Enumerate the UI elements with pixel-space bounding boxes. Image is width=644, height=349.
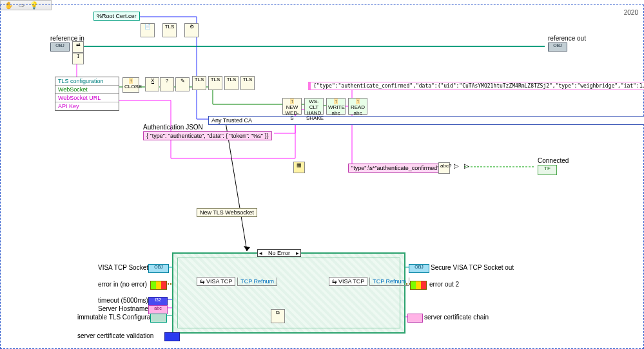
cert-chain-terminal[interactable] [407, 314, 423, 323]
io-icon: ⇆ [200, 278, 205, 285]
tls-d-node[interactable]: TLS [240, 76, 255, 90]
timeout-label: timeout (5000ms) [98, 297, 146, 304]
cluster-el-ws[interactable]: WebSocket [55, 86, 119, 94]
visa-in-terminal[interactable]: OBJ [148, 264, 169, 273]
io-icon-r: ⇆ [332, 278, 337, 285]
tls-b-node[interactable]: TLS [208, 76, 222, 90]
tls-handshake-prim[interactable]: ⧉ [271, 309, 285, 323]
cluster-el-key[interactable]: API Key [55, 102, 119, 110]
visa-in-label: VISA TCP Socket in [98, 264, 146, 271]
visa-tcp-right[interactable]: ⇆VISA TCP TCP Refnum [329, 277, 409, 286]
tls-config-node[interactable]: ⚙︎ [184, 23, 199, 37]
ws-client-node[interactable]: WS-CLTHAND SHAKE [304, 98, 324, 115]
subvi-title: New TLS Websocket [197, 208, 257, 217]
err-in-terminal[interactable] [150, 281, 167, 290]
to-data-node[interactable]: ⇄ [72, 41, 84, 53]
visa-out-terminal[interactable]: OBJ [409, 264, 429, 273]
cert-valid-label: server certificate validation [77, 332, 146, 339]
tls-trust-dropdown[interactable]: Any Trusted CA [208, 116, 644, 125]
visa-out-label: Secure VISA TCP Socket out [431, 264, 514, 271]
reference-out-label: reference out [548, 35, 586, 42]
format-node[interactable]: ✎ [175, 77, 190, 91]
root-cert-path[interactable]: %Root Cert.cer [93, 12, 140, 21]
err-out-label: error out 2 [429, 281, 459, 288]
ws-close-node[interactable]: ↑CLOSE [122, 77, 139, 93]
auth-confirmed-pattern[interactable]: "type":\s*"authenticate_confirmed" [348, 164, 442, 173]
tls-c-node[interactable]: TLS [224, 76, 239, 90]
reference-out-terminal[interactable]: OBJ [548, 42, 567, 52]
auth-json-const[interactable]: { "type": "authenticate", "data": { "tok… [143, 131, 272, 140]
ws-read-node[interactable]: ↑READ abc [348, 98, 367, 115]
reference-in-terminal[interactable]: OBJ [50, 42, 70, 52]
tls-cfg-terminal[interactable] [150, 314, 167, 323]
build-path-node[interactable]: 📄 [141, 23, 155, 37]
compare-icon: ▷ [464, 162, 469, 169]
tls-cfg-label: immutable TLS Configuration [77, 314, 146, 321]
ws-new-node[interactable]: ↑NEW WEB-S [282, 98, 302, 115]
cert-chain-label: server certificate chain [424, 314, 489, 321]
err-out-terminal[interactable] [410, 281, 427, 290]
connected-indicator: TF [538, 165, 557, 175]
not-equal-icon: ▷ [454, 162, 459, 169]
err-in-label: error in (no error) [98, 281, 146, 288]
timeout-terminal[interactable]: I32 [148, 297, 168, 306]
match-regex-node[interactable]: abc? [438, 162, 450, 174]
cert-valid-terminal[interactable] [164, 332, 180, 341]
auth-json-label: Authentication JSON [143, 124, 203, 131]
case-structure[interactable]: No Error [172, 252, 405, 334]
connected-label: Connected [538, 157, 569, 164]
tcp-refnum-left: TCP Refnum [237, 278, 277, 286]
host-terminal[interactable]: abc [148, 305, 168, 314]
visa-tcp-left[interactable]: ⇆VISA TCP TCP Refnum [197, 277, 277, 286]
ws-write-node[interactable]: ↑WRITE abc [326, 98, 346, 115]
unbundle-by-name[interactable]: TLS configuration WebSocket WebSocket UR… [55, 77, 119, 111]
probe-node[interactable]: X̲ [145, 77, 159, 91]
cluster-el-tls[interactable]: TLS configuration [55, 77, 119, 86]
to-data-node-b[interactable]: ↧ [72, 53, 84, 64]
bd-version: 2020 [624, 9, 638, 16]
tcp-refnum-right: TCP Refnum [369, 278, 409, 286]
tls-load-cert-node[interactable]: TLS [162, 23, 177, 37]
probe-q-node[interactable]: ? [160, 77, 174, 91]
tls-a-node[interactable]: TLS [192, 76, 206, 90]
case-selector[interactable]: No Error [257, 249, 301, 257]
host-label: Server Hostname [98, 305, 146, 312]
coerce-node[interactable]: ▦ [293, 162, 305, 173]
auth-response-indicator: {"type":"authenticate_confirmed","data":… [308, 82, 644, 90]
cluster-el-url[interactable]: WebSocket URL [55, 94, 119, 102]
